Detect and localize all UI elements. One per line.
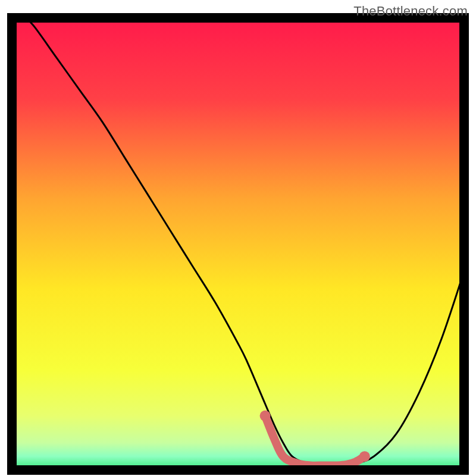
gradient-background [12,18,464,470]
bottleneck-chart [0,0,476,476]
plot-area [12,18,464,470]
chart-container: TheBottleneck.com [0,0,476,476]
highlight-point-1 [359,451,370,462]
highlight-point-0 [260,411,271,421]
watermark-label: TheBottleneck.com [353,4,468,19]
